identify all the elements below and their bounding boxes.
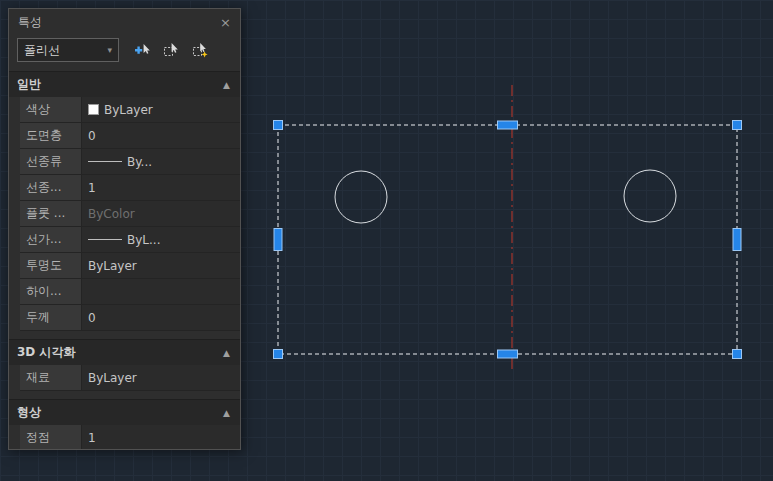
grip-corner-top-right[interactable] [733, 121, 742, 130]
grip-mid-right[interactable] [733, 229, 741, 251]
properties-palette: 특성 × 폴리선 ▾ [8, 8, 241, 450]
quick-select-icon [191, 42, 209, 58]
selected-polyline-rect[interactable] [278, 125, 737, 354]
property-value[interactable]: 0 [82, 305, 240, 330]
table-row: 선종류 By... [20, 149, 240, 175]
property-label: 정점 [20, 425, 82, 450]
property-value-text: 0 [88, 129, 96, 143]
property-label: 재료 [20, 365, 82, 390]
selection-tools [129, 38, 213, 62]
property-value-text: ByL... [127, 233, 160, 247]
section-rows-geometry: 정점 1 [20, 425, 240, 450]
grip-mid-top[interactable] [498, 121, 518, 129]
property-value-text: ByLayer [88, 371, 137, 385]
close-icon[interactable]: × [220, 15, 231, 30]
property-value[interactable]: ByLayer [82, 253, 240, 278]
property-label: 하이... [20, 279, 82, 304]
object-type-dropdown[interactable]: 폴리선 ▾ [17, 38, 119, 62]
table-row: 재료 ByLayer [20, 365, 240, 391]
collapse-arrow-icon: ▲ [223, 80, 230, 90]
property-value[interactable] [82, 279, 240, 304]
grip-mid-bottom[interactable] [498, 350, 518, 358]
property-value[interactable]: 0 [82, 123, 240, 148]
linetype-sample [88, 161, 122, 162]
table-row: 선가... ByL... [20, 227, 240, 253]
property-value[interactable]: By... [82, 149, 240, 174]
property-label: 선가... [20, 227, 82, 252]
section-label: 일반 [17, 76, 41, 93]
section-rows-general: 색상 ByLayer 도면층 0 선종류 By... [20, 97, 240, 331]
section-header-geometry[interactable]: 형상 ▲ [9, 399, 240, 425]
circle-entity-1[interactable] [335, 171, 387, 223]
grip-mid-left[interactable] [274, 229, 282, 251]
property-value[interactable]: 1 [82, 175, 240, 200]
property-value-text: 1 [88, 431, 96, 445]
table-row: 색상 ByLayer [20, 97, 240, 123]
property-sections: 일반 ▲ 색상 ByLayer 도면층 0 [9, 71, 240, 450]
property-label: 선종류 [20, 149, 82, 174]
table-row: 두께 0 [20, 305, 240, 331]
select-objects-icon [162, 42, 180, 58]
property-label: 도면층 [20, 123, 82, 148]
section-rows-3d: 재료 ByLayer [20, 365, 240, 391]
property-value-text: By... [127, 155, 152, 169]
property-value-text: ByColor [88, 207, 135, 221]
property-value[interactable]: ByL... [82, 227, 240, 252]
table-row: 투명도 ByLayer [20, 253, 240, 279]
section-label: 3D 시각화 [17, 344, 76, 361]
circle-entity-2[interactable] [624, 170, 676, 222]
collapse-arrow-icon: ▲ [223, 408, 230, 418]
grip-corner-top-left[interactable] [274, 121, 283, 130]
palette-titlebar[interactable]: 특성 × [9, 9, 240, 35]
property-label: 투명도 [20, 253, 82, 278]
lineweight-sample [88, 239, 122, 240]
property-label: 플롯 ... [20, 201, 82, 226]
grip-corner-bottom-left[interactable] [274, 350, 283, 359]
table-row: 도면층 0 [20, 123, 240, 149]
table-row: 정점 1 [20, 425, 240, 450]
table-row: 선종... 1 [20, 175, 240, 201]
property-value-text: 1 [88, 181, 96, 195]
property-label: 선종... [20, 175, 82, 200]
select-objects-button[interactable] [158, 38, 184, 62]
property-value-text: 0 [88, 311, 96, 325]
pickadd-toggle-icon [133, 42, 151, 58]
palette-toolbar: 폴리선 ▾ [9, 35, 240, 71]
chevron-down-icon: ▾ [107, 45, 112, 55]
collapse-arrow-icon: ▲ [223, 348, 230, 358]
property-value[interactable]: 1 [82, 425, 240, 450]
property-value[interactable]: ByColor [82, 201, 240, 226]
application-window: 특성 × 폴리선 ▾ [0, 0, 773, 481]
color-swatch [88, 104, 99, 115]
property-value-text: ByLayer [104, 103, 153, 117]
section-header-3d-visualization[interactable]: 3D 시각화 ▲ [9, 339, 240, 365]
pickadd-toggle-button[interactable] [129, 38, 155, 62]
property-value[interactable]: ByLayer [82, 365, 240, 390]
property-value-text: ByLayer [88, 259, 137, 273]
object-type-value: 폴리선 [24, 42, 60, 59]
property-label: 두께 [20, 305, 82, 330]
table-row: 하이... [20, 279, 240, 305]
section-label: 형상 [17, 404, 41, 421]
table-row: 플롯 ... ByColor [20, 201, 240, 227]
palette-title: 특성 [18, 14, 42, 31]
section-header-general[interactable]: 일반 ▲ [9, 71, 240, 97]
property-label: 색상 [20, 97, 82, 122]
property-value[interactable]: ByLayer [82, 97, 240, 122]
grip-corner-bottom-right[interactable] [733, 350, 742, 359]
quick-select-button[interactable] [187, 38, 213, 62]
